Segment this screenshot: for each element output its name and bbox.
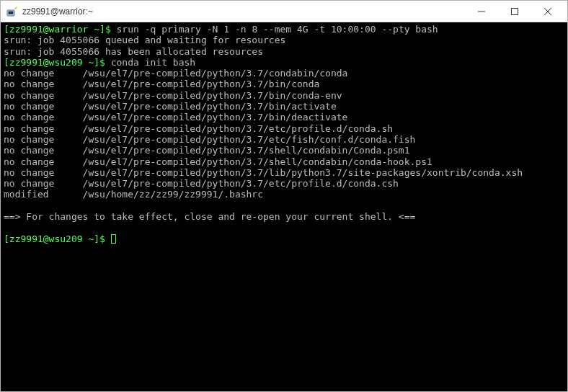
terminal-line: no change /wsu/el7/pre-compiled/python/3… [4, 167, 564, 178]
title-bar[interactable]: zz9991@warrior:~ [1, 1, 567, 22]
terminal-line: [zz9991@wsu209 ~]$ conda init bash [4, 57, 564, 68]
terminal-window: zz9991@warrior:~ [zz9991@warrior ~]$ sru… [0, 0, 568, 392]
close-button[interactable] [531, 1, 564, 22]
terminal-line: srun: job 4055066 has been allocated res… [4, 46, 564, 57]
terminal-line: no change /wsu/el7/pre-compiled/python/3… [4, 156, 564, 167]
terminal-line: modified /wsu/home/zz/zz99/zz9991/.bashr… [4, 189, 564, 200]
terminal-line: [zz9991@warrior ~]$ srun -q primary -N 1… [4, 24, 564, 35]
terminal-pane[interactable]: [zz9991@warrior ~]$ srun -q primary -N 1… [1, 22, 567, 391]
window-title: zz9991@warrior:~ [22, 6, 465, 17]
terminal-line: no change /wsu/el7/pre-compiled/python/3… [4, 112, 564, 122]
cursor [111, 234, 116, 244]
terminal-line: no change /wsu/el7/pre-compiled/python/3… [4, 123, 564, 134]
terminal-line: no change /wsu/el7/pre-compiled/python/3… [4, 178, 564, 189]
window-controls [465, 1, 564, 22]
minimize-button[interactable] [465, 1, 498, 22]
terminal-line: no change /wsu/el7/pre-compiled/python/3… [4, 90, 564, 101]
terminal-line: [zz9991@wsu209 ~]$ [4, 233, 564, 244]
putty-icon [6, 6, 18, 17]
svg-rect-1 [9, 11, 14, 14]
maximize-button[interactable] [498, 1, 531, 22]
svg-rect-4 [512, 8, 518, 14]
svg-point-2 [16, 6, 17, 8]
terminal-line: srun: job 4055066 queued and waiting for… [4, 35, 564, 45]
terminal-line [4, 222, 564, 233]
terminal-line: ==> For changes to take effect, close an… [4, 211, 564, 222]
terminal-line: no change /wsu/el7/pre-compiled/python/3… [4, 101, 564, 112]
terminal-line: no change /wsu/el7/pre-compiled/python/3… [4, 79, 564, 89]
terminal-line: no change /wsu/el7/pre-compiled/python/3… [4, 134, 564, 145]
terminal-line: no change /wsu/el7/pre-compiled/python/3… [4, 68, 564, 79]
terminal-line [4, 200, 564, 211]
terminal-line: no change /wsu/el7/pre-compiled/python/3… [4, 145, 564, 156]
